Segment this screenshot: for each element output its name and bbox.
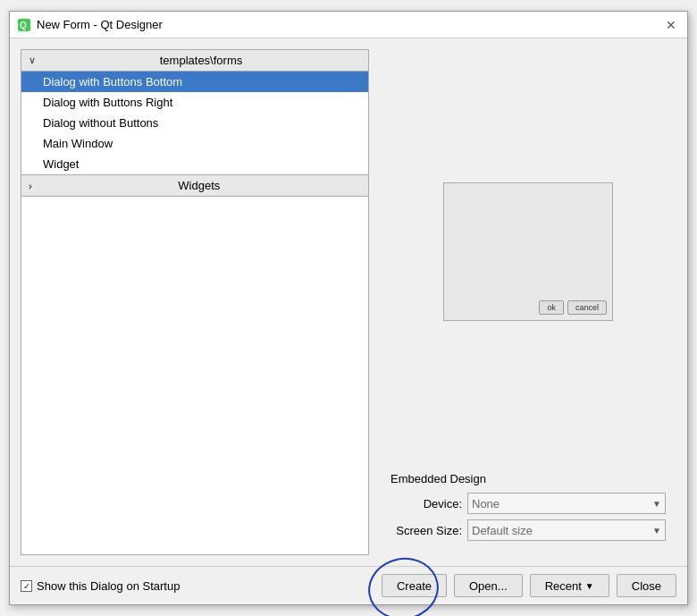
device-row: Device: None ▼ — [390, 493, 666, 514]
device-dropdown-icon: ▼ — [652, 499, 661, 509]
widgets-section-label: Widgets — [38, 179, 361, 192]
screen-size-select[interactable]: Default size ▼ — [467, 519, 666, 541]
screen-size-row: Screen Size: Default size ▼ — [390, 519, 666, 541]
tree-expand-icon: ∨ — [29, 55, 36, 66]
preview-cancel-btn: cancel — [567, 300, 607, 315]
device-value: None — [472, 497, 500, 511]
title-bar: Q New Form - Qt Designer ✕ — [10, 12, 687, 38]
app-icon: Q — [17, 18, 31, 32]
preview-area: ok cancel — [380, 49, 676, 454]
open-button[interactable]: Open... — [454, 574, 523, 597]
template-tree: ∨ templates\forms Dialog with Buttons Bo… — [21, 49, 369, 555]
tree-item-dialog-without-buttons[interactable]: Dialog without Buttons — [21, 113, 368, 133]
main-content: ∨ templates\forms Dialog with Buttons Bo… — [10, 38, 687, 566]
recent-dropdown-icon: ▼ — [585, 581, 594, 591]
device-select[interactable]: None ▼ — [467, 493, 666, 514]
tree-header: ∨ templates\forms — [21, 50, 368, 72]
close-button[interactable]: Close — [617, 574, 676, 597]
startup-checkbox-area: ✓ Show this Dialog on Startup — [21, 579, 374, 593]
create-button-wrapper: Create — [382, 574, 447, 597]
main-window: Q New Form - Qt Designer ✕ ∨ templates\f… — [9, 11, 688, 605]
recent-label: Recent — [545, 579, 582, 593]
bottom-bar: ✓ Show this Dialog on Startup Create Ope… — [10, 566, 687, 604]
startup-checkbox[interactable]: ✓ — [21, 580, 32, 592]
tree-item-widget[interactable]: Widget — [21, 154, 368, 174]
preview-box: ok cancel — [443, 182, 613, 321]
close-window-button[interactable]: ✕ — [662, 16, 680, 34]
title-bar-title: New Form - Qt Designer — [37, 18, 163, 31]
right-panel: ok cancel Embedded Design Device: None ▼… — [380, 49, 676, 555]
checkbox-check-icon: ✓ — [23, 581, 30, 591]
svg-text:Q: Q — [20, 21, 27, 30]
title-bar-left: Q New Form - Qt Designer — [17, 18, 163, 32]
embedded-design-section: Embedded Design Device: None ▼ Screen Si… — [380, 463, 676, 555]
embedded-design-title: Embedded Design — [390, 472, 666, 485]
preview-buttons: ok cancel — [539, 300, 607, 315]
tree-item-main-window[interactable]: Main Window — [21, 133, 368, 154]
recent-button[interactable]: Recent ▼ — [530, 574, 609, 597]
tree-item-dialog-buttons-bottom[interactable]: Dialog with Buttons Bottom — [21, 72, 368, 92]
widgets-expand-icon: › — [29, 181, 32, 191]
screen-size-value: Default size — [472, 524, 533, 537]
screen-size-dropdown-icon: ▼ — [652, 526, 661, 536]
tree-item-dialog-buttons-right[interactable]: Dialog with Buttons Right — [21, 92, 368, 113]
widgets-section-header[interactable]: › Widgets — [21, 174, 368, 197]
device-label: Device: — [390, 497, 462, 511]
preview-ok-btn: ok — [539, 300, 564, 315]
screen-size-label: Screen Size: — [390, 524, 462, 537]
tree-header-label: templates\forms — [41, 54, 361, 67]
create-button[interactable]: Create — [382, 574, 447, 597]
startup-checkbox-label: Show this Dialog on Startup — [37, 579, 180, 593]
